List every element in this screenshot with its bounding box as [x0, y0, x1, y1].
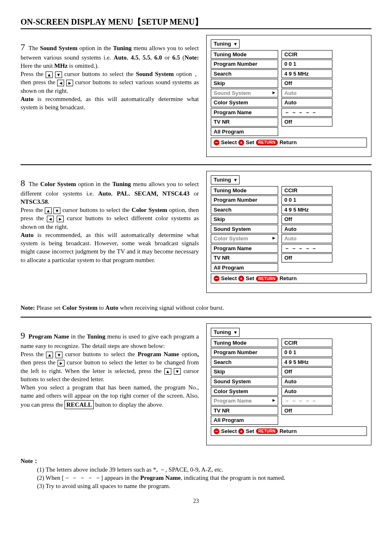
menu-row-tvnr[interactable]: TV NROff [211, 117, 367, 127]
title-a: ON-SCREEN DISPLAY MENU [21, 17, 133, 26]
sec7-num: 7 [21, 42, 25, 52]
down-icon: ▼ [174, 368, 181, 375]
note-1: (1) The letters above include 39 letters… [37, 465, 371, 474]
menu-title: Tuning▼ [211, 39, 240, 48]
section-7: 7 The Sound System option in the Tuning … [21, 35, 371, 165]
menu-row-all[interactable]: All Program [211, 263, 367, 272]
sec8-num: 8 [21, 178, 25, 188]
section-9-text: 9 Program Name in the Tuning menu is use… [21, 323, 199, 445]
minus-icon: − [214, 140, 219, 145]
down-icon: ▼ [55, 71, 62, 78]
menu-row-sound[interactable]: Sound SystemAuto [211, 377, 367, 386]
minus-icon: − [214, 276, 219, 281]
return-pill: RETURN [256, 276, 278, 282]
menu-row-pnum[interactable]: Program Number0 0 1 [211, 60, 367, 69]
up-icon: ▲ [46, 352, 53, 358]
plus-icon: + [238, 276, 244, 281]
note-3: (3) Try to avoid using all spaces to nam… [37, 482, 371, 490]
menu-row-skip[interactable]: SkipOff [211, 79, 367, 88]
note-heading: Note： [21, 458, 39, 464]
menu-9: Tuning▼ Tuning ModeCCIR Program Number0 … [206, 323, 371, 445]
sec9-num: 9 [21, 330, 25, 341]
recall-button-label: RECALL [65, 400, 94, 409]
menu-row-all[interactable]: All Program [211, 416, 367, 425]
menu-row-sound[interactable]: Sound SystemAuto [211, 225, 367, 234]
menu-row-pnum[interactable]: Program Number0 0 1 [211, 196, 367, 205]
menu-row-color[interactable]: Color SystemAuto [211, 98, 367, 107]
menu-row-sound[interactable]: Sound System►Auto [211, 89, 367, 98]
menu-row-color[interactable]: Color System►Auto [211, 234, 367, 243]
right-arrow-icon: ► [272, 90, 276, 96]
menu-7: Tuning▼ Tuning ModeCCIR Program Number0 … [206, 35, 371, 157]
menu-title: Tuning▼ [211, 328, 240, 337]
bracket-close: 】 [195, 17, 203, 27]
title-b: SETUP MENU [141, 17, 194, 26]
chevron-down-icon: ▼ [233, 41, 238, 47]
right-icon: ► [57, 216, 64, 222]
menu-row-all[interactable]: All Program [211, 127, 367, 136]
menu-row-mode[interactable]: Tuning ModeCCIR [211, 50, 367, 59]
menu-row-mode[interactable]: Tuning ModeCCIR [211, 186, 367, 195]
up-icon: ▲ [45, 207, 52, 214]
note-2: (2) When [－ － － － －] appears in the Prog… [37, 474, 371, 482]
menu-footer: −Select +Set RETURNReturn [211, 274, 367, 283]
left-icon: ◄ [47, 216, 54, 222]
left-icon: ◄ [57, 80, 64, 86]
section-8-text: 8 The Color System option in the Tuning … [21, 171, 199, 293]
return-pill: RETURN [256, 428, 278, 434]
right-arrow-icon: ► [272, 235, 276, 241]
chevron-down-icon: ▼ [233, 177, 238, 183]
menu-row-pnum[interactable]: Program Number0 0 1 [211, 348, 367, 357]
section-8: 8 The Color System option in the Tuning … [21, 171, 371, 300]
menu-row-search[interactable]: Search4 9 5 MHz [211, 358, 367, 367]
plus-icon: + [238, 428, 244, 434]
chevron-down-icon: ▼ [233, 329, 238, 336]
page-number: 23 [21, 497, 371, 505]
return-pill: RETURN [256, 140, 278, 145]
up-icon: ▲ [46, 71, 53, 78]
minus-icon: − [214, 428, 219, 434]
menu-row-mode[interactable]: Tuning ModeCCIR [211, 339, 367, 348]
note-intermediate: Note: Please set Color System to Auto wh… [21, 304, 371, 318]
menu-footer: −Select +Set RETURNReturn [211, 138, 367, 147]
right-icon: ► [58, 360, 65, 366]
down-icon: ▼ [53, 207, 60, 214]
menu-row-skip[interactable]: SkipOff [211, 367, 367, 376]
menu-row-search[interactable]: Search4 9 5 MHz [211, 205, 367, 214]
page-title: ON-SCREEN DISPLAY MENU【SETUP MENU】 [21, 16, 371, 29]
section-9: 9 Program Name in the Tuning menu is use… [21, 323, 371, 453]
section-7-text: 7 The Sound System option in the Tuning … [21, 35, 199, 157]
menu-row-pname[interactable]: Program Name－ － － － － [211, 108, 367, 117]
menu-row-color[interactable]: Color SystemAuto [211, 387, 367, 396]
footer-notes: Note： (1) The letters above include 39 l… [21, 457, 371, 490]
menu-row-tvnr[interactable]: TV NROff [211, 406, 367, 415]
menu-8: Tuning▼ Tuning ModeCCIR Program Number0 … [206, 171, 371, 293]
bracket-open: 【 [133, 17, 141, 27]
menu-footer: −Select +Set RETURNReturn [211, 426, 367, 436]
up-icon: ▲ [164, 368, 171, 375]
plus-icon: + [238, 140, 244, 145]
menu-title: Tuning▼ [211, 175, 240, 184]
right-icon: ► [66, 80, 73, 86]
down-icon: ▼ [55, 352, 62, 358]
menu-row-tvnr[interactable]: TV NROff [211, 253, 367, 263]
menu-row-skip[interactable]: SkipOff [211, 215, 367, 224]
menu-row-search[interactable]: Search4 9 5 MHz [211, 69, 367, 78]
right-arrow-icon: ► [272, 397, 276, 403]
menu-row-pname[interactable]: Program Name►－ － － － － [211, 396, 367, 405]
menu-row-pname[interactable]: Program Name－ － － － － [211, 244, 367, 253]
